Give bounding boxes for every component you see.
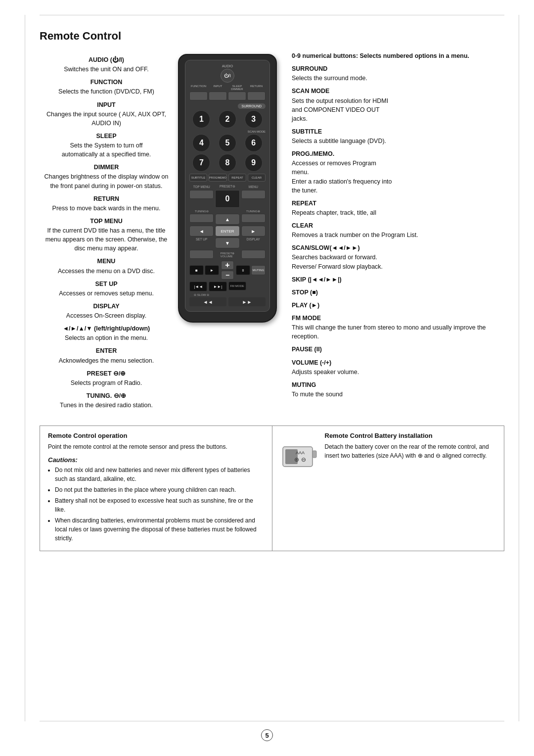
num-2-button[interactable]: 2 (219, 110, 236, 128)
battery-svg: AAA ⊕ ⊖ (280, 437, 320, 476)
battery-text-area: Remote Control Battery installation Deta… (325, 432, 496, 545)
input-label: INPUT (209, 85, 227, 91)
text-volume: Adjusts speaker volume. (292, 368, 504, 377)
label-muting: MUTING (292, 380, 504, 389)
preset-vol-label: PRESET⊕VOLUME (215, 250, 239, 259)
num-5-button[interactable]: 5 (219, 134, 236, 152)
text-input: Changes the input source ( AUX, AUX OPT,… (40, 110, 173, 128)
num-9-button[interactable]: 9 (245, 154, 263, 172)
text-fm-mode: This will change the tuner from stereo t… (292, 323, 504, 341)
up-button[interactable]: ▲ (215, 214, 239, 225)
tuning-minus-button[interactable] (189, 214, 214, 223)
text-return: Press to move back wards in the menu. (40, 204, 173, 213)
left-column: AUDIO (⏻/I) Switches the unit ON and OFF… (40, 51, 173, 411)
label-directions: ◄/►/▲/▼ (left/right/up/down) (40, 324, 173, 333)
tuning-plus-button[interactable] (241, 214, 266, 223)
enter-button[interactable]: ENTER (215, 226, 239, 236)
scan-mode-label: SCAN MODE (248, 130, 266, 133)
down-button[interactable]: ▼ (215, 237, 239, 248)
text-audio: Switches the unit ON and OFF. (40, 65, 173, 74)
audio-button[interactable]: ⏻/I (221, 69, 234, 83)
num-4-button[interactable]: 4 (192, 134, 210, 152)
pause-button[interactable]: II (236, 265, 250, 275)
menu-label-remote: MENU (241, 185, 266, 189)
operation-text: Point the remote control at the remote s… (48, 442, 264, 451)
preset-minus-label: PRESET⊖ (215, 185, 239, 189)
bottom-right-panel: AAA ⊕ ⊖ Remote Control Battery installat… (272, 426, 504, 551)
top-menu-button[interactable] (189, 190, 214, 199)
text-scan-mode: Sets the output resolution for HDMIand C… (292, 96, 504, 123)
text-sleep: Sets the System to turn offautomatically… (40, 141, 173, 159)
subtitle-button[interactable]: SUBTITLE (189, 174, 207, 182)
small-buttons-row: SUBTITLE PROG/MEMO REPEAT CLEAR (189, 174, 266, 182)
setup-button[interactable] (189, 250, 214, 259)
svg-text:AAA: AAA (295, 450, 304, 455)
label-repeat: REPEAT (292, 199, 504, 208)
label-audio: AUDIO (⏻/I) (40, 55, 173, 64)
text-function: Selects the function (DVD/CD, FM) (40, 87, 173, 96)
num-1-button[interactable]: 1 (192, 110, 210, 128)
surround-button[interactable]: SURROUND (238, 103, 266, 109)
remote-image-column: AUDIO ⏻/I FUNCTION INPUT SLEEP DIMMER RE… (173, 51, 282, 411)
num-7-button[interactable]: 7 (192, 154, 210, 172)
cautions-list: Do not mix old and new batteries and nev… (48, 466, 264, 543)
tuning-minus-label: TUNING⊖ (189, 209, 214, 213)
bottom-section: Remote Control operation Point the remot… (40, 425, 504, 551)
remote-control: AUDIO ⏻/I FUNCTION INPUT SLEEP DIMMER RE… (178, 54, 277, 323)
label-stop: STOP (■) (292, 288, 504, 297)
muting-button[interactable]: MUTING (251, 265, 266, 275)
battery-title: Remote Control Battery installation (325, 432, 496, 439)
top-menu-label: TOP MENU (189, 185, 214, 189)
sleep-dimmer-button[interactable] (228, 92, 246, 100)
prog-memo-button[interactable]: PROG/MEMO (209, 174, 227, 182)
fastforward-button[interactable]: ►► (228, 297, 266, 306)
right-button[interactable]: ► (241, 226, 266, 236)
label-top-menu: TOP MENU (40, 217, 173, 226)
text-clear: Removes a track number on the Program Li… (292, 231, 504, 239)
label-menu: MENU (40, 257, 173, 266)
left-border-line (25, 15, 25, 721)
num-8-button[interactable]: 8 (219, 154, 236, 172)
volume-minus-button[interactable]: − (221, 271, 234, 280)
text-prog-memo: Accesses or removes Programmenu.Enter a … (292, 159, 504, 195)
text-top-menu: If the current DVD title has a menu, the… (40, 226, 173, 253)
svg-rect-1 (312, 451, 316, 458)
stop-button[interactable]: ■ (189, 265, 204, 275)
caution-item: Do not mix old and new batteries and nev… (55, 466, 264, 483)
label-play: PLAY (►) (292, 301, 504, 310)
label-clear: CLEAR (292, 221, 504, 230)
text-scan-slow: Searches backward or forward.Reverse/ Fo… (292, 253, 504, 271)
input-button[interactable] (209, 92, 227, 100)
text-repeat: Repeats chapter, track, title, all (292, 208, 504, 217)
text-tuning: Tunes in the desired radio station. (40, 401, 173, 410)
left-button[interactable]: ◄ (189, 226, 214, 236)
caution-item: Do not put the batteries in the place wh… (55, 485, 264, 494)
clear-button[interactable]: CLEAR (248, 174, 266, 182)
function-button[interactable] (189, 92, 208, 100)
rewind-button[interactable]: ◄◄ (189, 297, 226, 306)
skip-back-button[interactable]: |◄◄ (189, 282, 207, 291)
num-3-button[interactable]: 3 (245, 110, 263, 128)
menu-button[interactable] (241, 190, 266, 199)
num-6-button[interactable]: 6 (245, 134, 263, 152)
bottom-left-panel: Remote Control operation Point the remot… (40, 426, 272, 551)
label-surround: SURROUND (292, 64, 504, 73)
display-button[interactable] (241, 250, 266, 259)
repeat-button[interactable]: REPEAT (228, 174, 246, 182)
play-button[interactable]: ► (205, 265, 219, 275)
label-setup: SET UP (40, 280, 173, 288)
fm-mode-button[interactable]: FM MODE (228, 282, 246, 290)
volume-plus-button[interactable]: + (221, 261, 234, 270)
skip-forward-button[interactable]: ►►| (209, 282, 226, 291)
page: Remote Control AUDIO (⏻/I) Switches the … (0, 0, 534, 756)
text-display: Accesses On-Screen display. (40, 311, 173, 320)
label-volume: VOLUME (-/+) (292, 358, 504, 367)
text-enter: Acknowledges the menu selection. (40, 356, 173, 365)
label-input: INPUT (40, 100, 173, 109)
page-number: 5 (261, 729, 273, 741)
return-button[interactable] (247, 92, 266, 100)
operation-title: Remote Control operation (48, 432, 264, 439)
text-directions: Selects an option in the menu. (40, 333, 173, 342)
tuning-plus-label: TUNING⊕ (241, 209, 266, 213)
num-0-button[interactable]: 0 (215, 190, 239, 208)
